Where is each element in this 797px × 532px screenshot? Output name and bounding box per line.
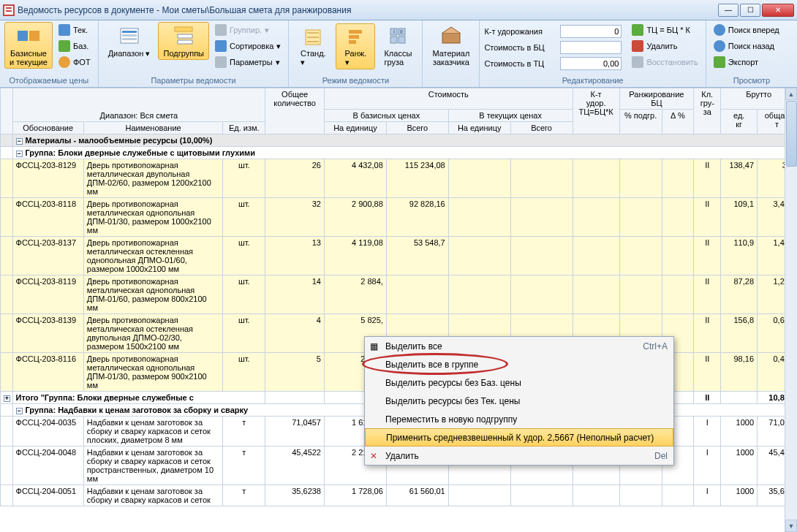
svg-rect-14	[349, 30, 362, 34]
formula-button[interactable]: ТЦ = БЦ * К	[629, 22, 700, 38]
group-header[interactable]: −Группа: Блоки дверные служебные с щитов…	[1, 147, 797, 159]
delete-button[interactable]: Удалить	[629, 38, 700, 54]
svg-rect-4	[18, 31, 28, 41]
circle-icon	[58, 56, 70, 68]
close-button[interactable]: ✕	[762, 4, 794, 17]
svg-rect-10	[175, 27, 192, 31]
ctx-select-no-tek[interactable]: Выделить ресурсы без Тек. цены	[365, 392, 673, 410]
ctx-delete[interactable]: ✕УдалитьDel	[365, 446, 673, 465]
k-input[interactable]	[560, 25, 622, 38]
group-label: Режим ведомости	[293, 75, 418, 87]
svg-rect-7	[122, 31, 137, 33]
baz-button[interactable]: Баз.	[56, 38, 94, 54]
minimize-button[interactable]: —	[718, 4, 739, 17]
svg-rect-9	[122, 38, 137, 40]
context-menu: ▦Выделить всеCtrl+A Выделить все в групп…	[364, 336, 674, 466]
delete-icon: ✕	[365, 451, 382, 461]
svg-rect-23	[442, 33, 460, 43]
class-header[interactable]: Кл. гру- за	[694, 88, 721, 134]
rank-mode-button[interactable]: Ранж.▾	[336, 23, 375, 69]
ctx-move[interactable]: Переместить в новую подгруппу	[365, 410, 673, 428]
svg-rect-19	[390, 37, 397, 43]
fot-button[interactable]: ФОТ	[56, 54, 94, 70]
subgroups-button[interactable]: Подгруппы	[158, 22, 209, 60]
table-row[interactable]: ФССЦ-204-0051Надбавки к ценам заготовок …	[1, 485, 797, 506]
square-icon	[58, 40, 70, 52]
sort-icon	[215, 40, 227, 52]
ctx-select-all[interactable]: ▦Выделить всеCtrl+A	[365, 337, 673, 355]
group-icon	[215, 24, 227, 36]
cost-header[interactable]: Стоимость	[324, 88, 573, 110]
export-button[interactable]: Экспорт	[711, 54, 782, 70]
search-forward-button[interactable]: Поиск вперед	[711, 22, 782, 38]
ribbon: Базисные и текущие Тек. Баз. ФОТ Отображ…	[0, 20, 797, 88]
formula-icon	[632, 24, 643, 36]
materials-band[interactable]: −Материалы - малообъемные ресурсы (10,00…	[1, 134, 797, 147]
maximize-button[interactable]: ☐	[740, 4, 760, 17]
svg-text:II: II	[400, 29, 403, 34]
search-icon	[714, 40, 725, 52]
collapse-icon[interactable]: −	[16, 138, 23, 145]
svg-rect-5	[29, 31, 39, 41]
bc-label: Стоимость в БЦ	[484, 43, 556, 52]
group-label: Параметры ведомости	[103, 75, 284, 87]
tek-button[interactable]: Тек.	[56, 22, 94, 38]
k-label: К-т удорожания	[484, 27, 556, 36]
svg-rect-12	[178, 40, 192, 44]
export-icon	[714, 56, 725, 68]
bc-input[interactable]	[560, 41, 622, 54]
square-icon	[58, 24, 70, 36]
svg-rect-3	[6, 10, 12, 12]
cargo-class-button[interactable]: III Классы груза	[378, 23, 418, 69]
svg-text:I: I	[393, 29, 395, 34]
group-label: Просмотр	[711, 75, 793, 87]
range-button[interactable]: Диапазон ▾	[103, 22, 156, 60]
collapse-icon[interactable]: −	[16, 151, 23, 157]
scroll-up-button[interactable]: ▲	[785, 88, 797, 100]
table-row[interactable]: ФССЦ-203-8119Дверь противопожарная метал…	[1, 276, 797, 314]
titlebar: Ведомость ресурсов в документе - Мои сме…	[0, 0, 797, 20]
restore-button[interactable]: Восстановить	[629, 54, 700, 70]
prices-base-current-button[interactable]: Базисные и текущие	[4, 22, 53, 69]
group-button[interactable]: Группир. ▾	[212, 22, 284, 38]
customer-material-button[interactable]: Материал заказчика	[427, 22, 475, 69]
qty-header[interactable]: Общее количество	[265, 88, 325, 134]
ctx-select-no-baz[interactable]: Выделить ресурсы без Баз. цены	[365, 373, 673, 392]
svg-rect-8	[122, 34, 137, 37]
group-label: Отображаемые цены	[4, 75, 94, 87]
svg-rect-16	[349, 40, 356, 44]
tc-label: Стоимость в ТЦ	[484, 59, 556, 68]
window-title: Ведомость ресурсов в документе - Мои сме…	[18, 5, 718, 15]
select-all-icon: ▦	[365, 341, 382, 352]
group-label: Редактирование	[484, 75, 700, 87]
grid: Диапазон: Вся смета Общее количество Сто…	[0, 88, 797, 532]
table-row[interactable]: ФССЦ-203-8137Дверь противопожарная метал…	[1, 237, 797, 276]
table-row[interactable]: ФССЦ-203-8118Дверь противопожарная метал…	[1, 198, 797, 237]
tc-input[interactable]	[560, 57, 622, 70]
scroll-thumb[interactable]	[786, 101, 797, 167]
svg-rect-20	[398, 37, 405, 43]
delete-icon	[632, 40, 643, 52]
ctx-select-group[interactable]: Выделить все в группе	[365, 355, 673, 373]
svg-rect-11	[178, 34, 192, 38]
app-icon	[3, 4, 15, 16]
collapse-icon[interactable]: −	[16, 408, 23, 414]
expand-icon[interactable]: +	[4, 395, 10, 402]
search-icon	[714, 24, 725, 36]
svg-rect-15	[349, 35, 359, 39]
sort-button[interactable]: Сортировка ▾	[212, 38, 284, 54]
range-header: Диапазон: Вся смета	[12, 88, 265, 122]
params-button[interactable]: Параметры ▾	[212, 54, 284, 70]
search-back-button[interactable]: Поиск назад	[711, 38, 782, 54]
k-header[interactable]: К-т удор. ТЦ=БЦ*К	[573, 88, 619, 134]
std-mode-button[interactable]: Станд.▾	[293, 23, 333, 69]
params-icon	[215, 56, 227, 68]
svg-rect-2	[6, 7, 12, 9]
restore-icon	[632, 56, 643, 68]
vertical-scrollbar[interactable]: ▲ ▼	[785, 88, 797, 532]
scroll-down-button[interactable]: ▼	[785, 520, 797, 532]
rank-header[interactable]: Ранжирование БЦ	[619, 88, 693, 110]
table-row[interactable]: ФССЦ-203-8129Дверь противопожарная метал…	[1, 159, 797, 198]
ctx-apply-k[interactable]: Применить средневзвешенный К удор. 2,566…	[365, 428, 673, 446]
